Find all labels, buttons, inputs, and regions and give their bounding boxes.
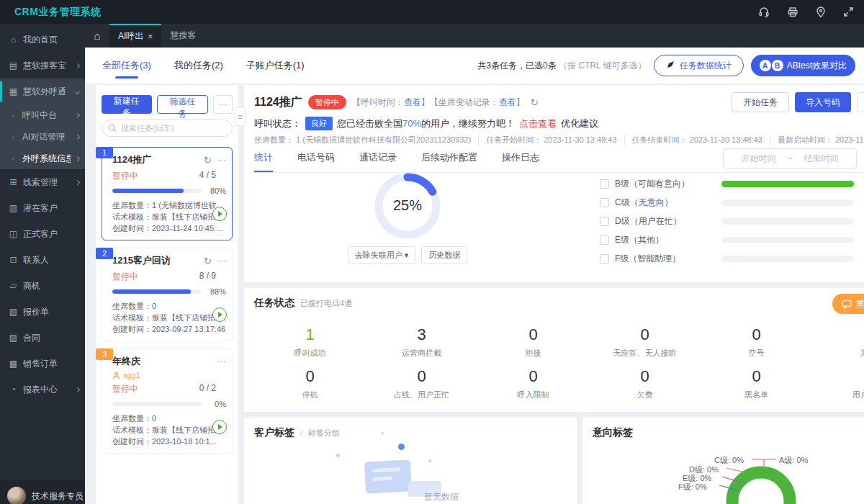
progress-percent: 88% xyxy=(206,287,226,296)
more-icon[interactable]: ··· xyxy=(217,155,226,166)
view-seat-record-link[interactable]: 查看 xyxy=(499,97,516,107)
printer-icon[interactable] xyxy=(787,6,798,18)
intent-label-c: C级: 0% xyxy=(714,455,744,466)
sidebar-subitem-call-center[interactable]: 呼叫中台 xyxy=(0,104,85,126)
more-actions-button[interactable]: ··· xyxy=(213,95,233,114)
task-agents: 坐席数量：1 (无锡数据博世软... xyxy=(112,199,226,211)
home-icon: ⌂ xyxy=(9,35,18,45)
sidebar-item-souke[interactable]: ▤ 慧软搜客宝 xyxy=(0,53,85,78)
tab-subaccount-tasks[interactable]: 子账户任务(1) xyxy=(246,48,305,84)
click-view-link[interactable]: 点击查看 xyxy=(519,117,557,130)
history-data-button[interactable]: 历史数据 xyxy=(421,246,467,264)
panel-collapse-handle[interactable]: ≡ xyxy=(235,107,246,126)
task-info-row: 坐席数量： 1 (无锡数据博世软件科技有限公司202311230932) 任务开… xyxy=(254,135,864,145)
sidebar-item-outbound[interactable]: ▦ 慧软外呼通 xyxy=(0,78,85,104)
tab-my-tasks[interactable]: 我的任务(2) xyxy=(174,48,223,84)
main-content: 新建任务 筛选任务 ··· 1 1124推广 ↻ ··· xyxy=(85,84,864,504)
more-icon[interactable]: ··· xyxy=(217,356,226,366)
view-call-time-link[interactable]: 查看 xyxy=(404,97,421,107)
abtest-compare-button[interactable]: A B ABtest效果对比 xyxy=(751,55,855,76)
sidebar-item-customers[interactable]: ◫ 正式客户 xyxy=(0,221,85,247)
play-icon[interactable] xyxy=(212,420,227,434)
window-tabbar: ⌂ AI呼出 × 慧搜客 xyxy=(85,24,864,48)
tab-statistics[interactable]: 统计 xyxy=(254,151,273,171)
tab-operation-log[interactable]: 操作日志 xyxy=(502,151,539,171)
checkbox[interactable] xyxy=(600,198,609,207)
sidebar-item-sales-orders[interactable]: ▩ 销售订单 xyxy=(0,351,85,377)
sidebar-item-reports[interactable]: ◔ 报表中心 xyxy=(0,377,85,402)
sidebar-subitem-ai-dialog[interactable]: AI对话管理 xyxy=(0,126,85,148)
empty-state-text: 暂无数据 xyxy=(424,491,459,503)
checkbox[interactable] xyxy=(600,179,609,189)
start-task-button[interactable]: 开始任务 xyxy=(732,92,789,112)
task-data-stats-button[interactable]: 任务数据统计 xyxy=(654,55,744,76)
task-created: 创建时间：2023-10-18 10:1... xyxy=(112,436,226,447)
chevron-right-icon xyxy=(75,112,80,117)
sidebar-item-contracts[interactable]: ▨ 合同 xyxy=(0,325,85,351)
task-owner: xgg1 xyxy=(112,371,226,379)
refresh-icon[interactable]: ↻ xyxy=(204,155,212,166)
user-profile[interactable]: 技术服务专员 xyxy=(0,480,85,504)
person-icon xyxy=(112,372,120,379)
refresh-icon[interactable]: ↻ xyxy=(204,256,212,266)
task-template: 话术模板：服装【线下店铺招... xyxy=(112,424,226,436)
stat-rejected: 0拒接 xyxy=(477,325,589,359)
sidebar-item-home[interactable]: ⌂ 我的首页 xyxy=(0,27,85,53)
sidebar-item-contacts[interactable]: ⊡ 联系人 xyxy=(0,247,85,273)
checkbox[interactable] xyxy=(600,217,609,226)
tab-ai-outbound[interactable]: AI呼出 × xyxy=(109,24,161,48)
task-card-1215[interactable]: 2 1215客户回访 ↻ ··· 暂停中 8 / 9 88% xyxy=(102,248,233,341)
top-bar: CRM业务管理系统 xyxy=(0,0,864,24)
task-card-nianzhongqing[interactable]: 3 年终庆 ··· xgg1 暂停中 0 / 2 0% xyxy=(102,348,233,454)
status-good-tag: 良好 xyxy=(305,117,333,130)
chevron-right-icon xyxy=(75,156,80,161)
checkbox[interactable] xyxy=(600,235,609,245)
new-task-button[interactable]: 新建任务 xyxy=(102,95,152,114)
play-icon[interactable] xyxy=(212,307,227,322)
task-status-label: 暂停中 xyxy=(112,170,138,182)
stat-carrier-block: 3运营商拦截 xyxy=(366,325,477,359)
location-icon[interactable] xyxy=(816,6,826,18)
task-detail-card: 1124推广 暂停中 【呼叫时间：查看】【坐席变动记录：查看】 ↻ 开始任务 导… xyxy=(244,85,864,282)
play-icon[interactable] xyxy=(212,207,227,221)
redial-button[interactable]: 重拨 xyxy=(832,294,864,314)
sidebar-item-leads[interactable]: ⊞ 线索管理 xyxy=(0,169,85,195)
remove-lost-users-button[interactable]: 去除失联用户 ▾ xyxy=(348,246,416,264)
import-numbers-button[interactable]: 导入号码 xyxy=(795,92,851,112)
sidebar-item-potential-customers[interactable]: ▥ 潜在客户 xyxy=(0,195,85,221)
tag-groups-link[interactable]: 标签分组 xyxy=(308,428,340,438)
sidebar-item-quotes[interactable]: ▧ 报价单 xyxy=(0,299,85,325)
checkbox[interactable] xyxy=(600,254,609,264)
headset-icon[interactable] xyxy=(758,6,770,18)
more-icon[interactable]: ··· xyxy=(217,256,226,266)
date-range-picker[interactable]: 开始时间~结束时间 xyxy=(723,148,857,168)
donut-percent-label: 25% xyxy=(370,197,445,214)
filter-task-button[interactable]: 筛选任务 xyxy=(157,95,209,114)
refresh-icon[interactable]: ↻ xyxy=(531,97,539,108)
home-tab-button[interactable]: ⌂ xyxy=(85,24,109,48)
ab-b-icon: B xyxy=(772,60,783,71)
search-task-input[interactable] xyxy=(102,120,233,137)
task-created: 创建时间：2023-09-27 13:17:46 xyxy=(112,323,226,335)
contract-icon: ▨ xyxy=(9,333,18,343)
chevron-down-icon xyxy=(75,89,80,94)
briefcase-icon: ▱ xyxy=(9,281,18,291)
tab-huisouke[interactable]: 慧搜客 xyxy=(161,24,204,48)
chevron-right-icon xyxy=(75,134,80,139)
task-template: 话术模板：服装【线下店铺招商... xyxy=(112,312,226,323)
fullscreen-icon[interactable] xyxy=(843,6,854,17)
progress-bar xyxy=(112,289,202,294)
legend-row-f: F级（智能助理） xyxy=(600,249,854,268)
tab-phone-numbers[interactable]: 电话号码 xyxy=(297,151,335,171)
intent-label-f: F级: 0% xyxy=(678,482,707,492)
close-icon[interactable]: × xyxy=(148,32,153,42)
task-card-1124[interactable]: 1 1124推广 ↻ ··· 暂停中 4 / 5 80% 坐 xyxy=(102,147,233,240)
sidebar-item-opportunities[interactable]: ▱ 商机 xyxy=(0,273,85,299)
order-icon: ▩ xyxy=(9,359,18,369)
sidebar-subitem-outbound-info[interactable]: 外呼系统信息 xyxy=(0,148,85,169)
user-name: 技术服务专员 xyxy=(32,490,84,503)
clipped-action-button[interactable] xyxy=(857,92,864,112)
tab-all-tasks[interactable]: 全部任务(3) xyxy=(102,48,151,84)
task-summary: 共3条任务，已选0条 （按 CTRL 键可多选） xyxy=(477,60,646,72)
stat-empty-number: 0空号 xyxy=(701,325,812,359)
